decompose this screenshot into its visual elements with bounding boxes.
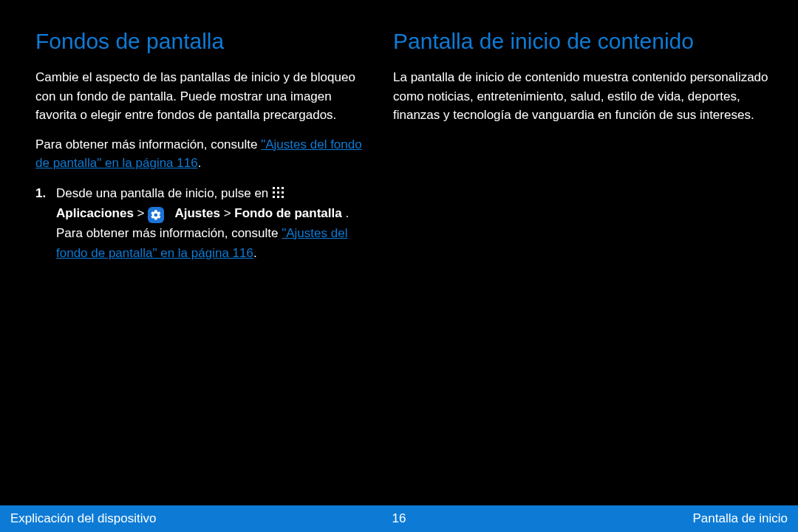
settings-gear-icon — [148, 207, 164, 223]
wallpapers-heading: Fondos de pantalla — [35, 28, 368, 55]
content-home-description: La pantalla de inicio de contenido muest… — [393, 68, 770, 125]
right-column: Pantalla de inicio de contenido La panta… — [393, 28, 770, 135]
step-1-prefix: Desde una pantalla de inicio, pulse en — [56, 186, 272, 200]
step-1-space1 — [289, 186, 293, 200]
step-1-space2 — [168, 206, 171, 220]
step-1-settings-word: Ajustes — [174, 206, 219, 220]
page-footer: Explicación del dispositivo 16 Pantalla … — [0, 505, 798, 532]
content-home-heading: Pantalla de inicio de contenido — [393, 28, 770, 55]
step-1: 1. Desde una pantalla de inicio, pulse e… — [35, 183, 368, 264]
more-info-prefix: Para obtener más información, consulte — [35, 137, 261, 151]
wallpaper-steps: 1. Desde una pantalla de inicio, pulse e… — [35, 183, 368, 264]
footer-right: Pantalla de inicio — [692, 511, 788, 526]
step-1-sep1: > — [137, 206, 149, 220]
wallpapers-more-info: Para obtener más información, consulte "… — [35, 135, 368, 173]
left-column: Fondos de pantalla Cambie el aspecto de … — [35, 28, 368, 270]
step-1-number: 1. — [35, 183, 50, 203]
step-1-apps-word: Aplicaciones — [56, 206, 134, 220]
step-1-sep2: > — [224, 206, 235, 220]
apps-grid-icon — [272, 186, 285, 200]
more-info-suffix: . — [198, 156, 202, 170]
wallpapers-description: Cambie el aspecto de las pantallas de in… — [35, 68, 368, 125]
step-more-suffix: . — [253, 246, 257, 260]
footer-left: Explicación del dispositivo — [10, 511, 157, 526]
step-1-end: . — [345, 206, 349, 220]
step-more-prefix: Para obtener más información, consulte — [56, 226, 282, 240]
step-1-wallpaper-word: Fondo de pantalla — [234, 206, 341, 220]
step-1-body: Desde una pantalla de inicio, pulse en A… — [56, 183, 368, 264]
